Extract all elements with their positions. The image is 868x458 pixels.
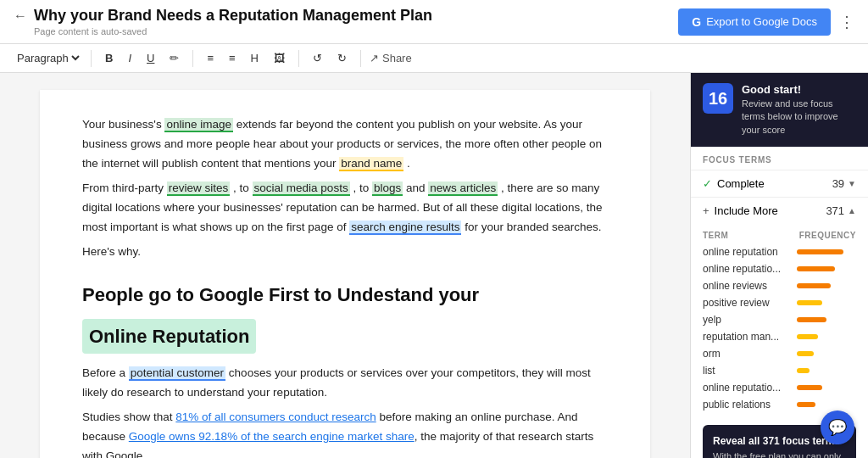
export-label: Export to Google Docs [706,15,817,28]
plus-icon: + [703,204,709,217]
term-brand-name-1: brand name [339,157,403,171]
term-bar-container [797,283,856,288]
link-81-percent[interactable]: 81% of all consumers conduct research [175,411,376,423]
term-bar [797,249,843,254]
paragraph-2: From third-party review sites , to socia… [82,179,608,237]
term-name: online reputation [703,246,797,258]
editor-area[interactable]: Your business's online image extends far… [0,73,690,458]
toolbar: Paragraph B I U ✏ ≡ ≡ H 🖼 ↺ ↻ ↗ Share [0,44,868,73]
paragraph-4: Before a potential customer chooses your… [82,364,608,403]
term-bar-container [797,300,856,305]
chat-icon: 💬 [828,418,847,437]
term-bar-container [797,351,856,356]
complete-number: 39 [832,177,844,190]
term-bar [797,385,822,390]
term-row: reputation man... [691,328,868,345]
term-bar [797,283,831,288]
freq-col-label: FREQUENCY [799,231,856,240]
complete-row[interactable]: ✓ Complete 39 ▼ [691,170,868,197]
term-name: yelp [703,314,797,326]
paragraph-select[interactable]: Paragraph [14,51,82,65]
heading-text-pre: People go to Google First to Undestand y… [82,279,479,310]
header-right: G Export to Google Docs ⋮ [678,8,854,36]
term-bar [797,300,822,305]
score-info: Good start! Review and use focus terms b… [742,83,856,137]
back-arrow-icon[interactable]: ← [14,8,27,24]
term-name: online reputatio... [703,263,797,275]
auto-saved-label: Page content is auto-saved [34,26,147,36]
editor-text: Your business's online image extends far… [82,115,608,458]
bold-button[interactable]: B [100,49,118,67]
sidebar: 16 Good start! Review and use focus term… [690,73,868,458]
include-more-left: + Include More [703,204,778,217]
term-name: orm [703,348,797,360]
include-more-count: 371 ▲ [826,204,856,217]
focus-terms-header: FOCUS TERMS [691,147,868,170]
chat-button[interactable]: 💬 [821,411,854,444]
term-name: online reviews [703,280,797,292]
toolbar-divider-1 [91,50,92,67]
score-desc: Review and use focus terms below to impr… [742,98,856,137]
term-row: online reviews [691,277,868,294]
header: ← Why your Brand Needs a Reputation Mana… [0,0,868,44]
check-icon: ✓ [703,177,712,190]
term-bar-container [797,317,856,322]
reveal-desc: With the free plan you can only view 10 … [713,450,846,458]
terms-header: TERM FREQUENCY [691,227,868,243]
term-bar-container [797,368,856,373]
term-news-articles: news articles [428,182,498,196]
section-heading-1: People go to Google First to Undestand y… [82,279,608,355]
image-button[interactable]: 🖼 [269,49,290,67]
term-bar [797,402,815,407]
include-arrow-icon: ▲ [848,206,856,215]
complete-section: ✓ Complete 39 ▼ [691,170,868,198]
include-more-label: Include More [715,204,778,217]
score-title: Good start! [742,83,856,96]
share-icon: ↗ [370,52,379,64]
header-left: ← Why your Brand Needs a Reputation Mana… [14,7,432,36]
term-row: positive review [691,294,868,311]
undo-button[interactable]: ↺ [308,49,327,67]
toolbar-divider-4 [360,50,361,67]
complete-label: Complete [717,177,765,190]
term-bar [797,266,835,271]
include-more-row[interactable]: + Include More 371 ▲ [691,198,868,224]
term-potential-customer: potential customer [129,366,225,381]
heading-button[interactable]: H [246,49,264,67]
term-name: positive review [703,297,797,309]
term-search-engine-results: search engine results [349,221,461,235]
term-name: reputation man... [703,331,797,343]
underline-button[interactable]: U [142,49,159,67]
export-button[interactable]: G Export to Google Docs [678,8,831,36]
term-row: online reputation [691,243,868,260]
italic-button[interactable]: I [123,49,136,67]
editor-content: Your business's online image extends far… [40,90,650,458]
google-icon: G [692,15,701,29]
term-bar-container [797,249,856,254]
term-row: orm [691,345,868,362]
term-bar [797,317,826,322]
term-bar [797,351,814,356]
share-button[interactable]: ↗ Share [370,52,412,64]
include-more-number: 371 [826,204,844,217]
pen-tool-button[interactable]: ✏ [164,49,184,67]
term-row: online reputatio... [691,379,868,396]
redo-button[interactable]: ↻ [332,49,352,67]
term-row: online reputatio... [691,260,868,277]
list-button-1[interactable]: ≡ [202,49,219,67]
term-blogs: blogs [372,182,403,196]
more-options-button[interactable]: ⋮ [839,13,854,31]
term-bar-container [797,266,856,271]
list-button-2[interactable]: ≡ [224,49,241,67]
paragraph-5: Studies show that 81% of all consumers c… [82,408,608,458]
paragraph-1: Your business's online image extends far… [82,115,608,174]
term-row: yelp [691,311,868,328]
term-bar-container [797,334,856,339]
link-google-market-share[interactable]: Google owns 92.18% of the search engine … [129,430,415,443]
term-name: list [703,365,797,377]
score-section: 16 Good start! Review and use focus term… [691,73,868,147]
term-name: public relations [703,399,797,411]
term-online-image: online image [164,118,233,132]
heading-highlight: Online Reputation [82,319,256,354]
term-col-label: TERM [703,231,728,240]
